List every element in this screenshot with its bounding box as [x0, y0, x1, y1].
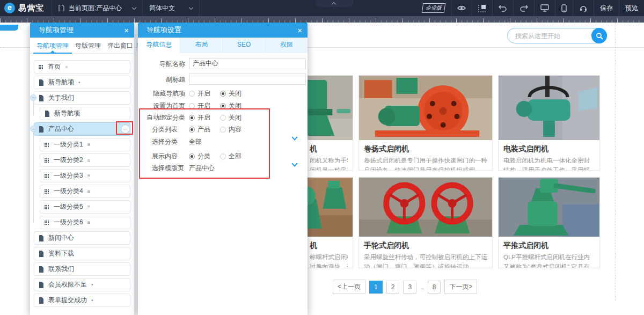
radio-hide-off[interactable]: 关闭	[220, 87, 241, 99]
save-button[interactable]: 保存	[594, 0, 619, 16]
desktop-view-button[interactable]	[535, 0, 555, 16]
product-card[interactable]: 手轮式启闭机 采用螺旋丝杆传动，可控制被启闭机的上下运动（闸门、堰门、闸阀等）或…	[358, 177, 493, 268]
tab-nav-manage[interactable]: 导航项管理	[33, 38, 72, 54]
column-dashed-guide	[615, 23, 616, 301]
settings-tabs: 导航信息 布局 SEO 权限	[138, 38, 308, 53]
radio-display-all[interactable]: 全部	[220, 150, 241, 162]
nav-item-products[interactable]: 产品中心	[34, 122, 130, 136]
remove-nav-button[interactable]: –	[121, 124, 130, 134]
preview-button[interactable]: 预览	[619, 0, 644, 16]
nav-item-news[interactable]: 新闻中心	[34, 231, 130, 245]
logo-icon: e	[4, 3, 15, 13]
nav-item-no-permission[interactable]: 会员权限不足•	[34, 278, 130, 291]
nav-item-category-6[interactable]: 一级分类6≡	[40, 216, 130, 229]
nav-item-new-child[interactable]: 新导航项	[40, 107, 130, 120]
search-icon	[596, 32, 603, 40]
support-button[interactable]	[573, 0, 594, 16]
nav-item-about[interactable]: 关于我们	[34, 91, 130, 105]
nav-item-downloads[interactable]: 资料下载	[34, 247, 130, 260]
nav-item-contact[interactable]: 联系我们	[34, 262, 130, 276]
visibility-button[interactable]	[451, 0, 472, 16]
collapse-minus-icon[interactable]: –	[30, 126, 36, 132]
tab-seo[interactable]: SEO	[223, 38, 266, 53]
nav-item-category-1[interactable]: 一级分类1≡	[40, 138, 130, 151]
nav-item-home[interactable]: 首页∘	[34, 60, 130, 74]
field-category-list: 分类列表 产品 内容	[138, 123, 308, 135]
tab-layout[interactable]: 布局	[180, 38, 223, 53]
pagination-page-1[interactable]: 1	[369, 281, 383, 294]
pagination-prev[interactable]: <上一页	[333, 280, 365, 294]
undo-button[interactable]	[493, 0, 513, 16]
chevron-down-icon	[132, 5, 136, 9]
pagination-next[interactable]: 下一页>	[444, 280, 477, 294]
headset-icon	[579, 4, 588, 12]
doc-icon	[45, 111, 50, 117]
nav-item-category-5[interactable]: 一级分类5≡	[40, 200, 130, 214]
radio-hide-on[interactable]: 开启	[189, 87, 210, 99]
nav-settings-panel: 导航项设置 × 导航信息 布局 SEO 权限 导航名称 副标题 隐藏导航项 开启…	[138, 23, 308, 315]
radio-list-product[interactable]: 产品	[189, 123, 210, 135]
drag-grid-icon	[45, 221, 49, 225]
doc-icon	[39, 235, 44, 241]
subtitle-input[interactable]	[189, 74, 306, 85]
chevron-down-icon	[189, 5, 193, 9]
product-desc: 闭机又称为手动螺杆启闭机， 闭机是一种采用于人力操作的...	[310, 156, 348, 171]
product-image	[499, 178, 599, 237]
product-card[interactable]: 卷扬式启闭机 卷扬式启闭机是专门用于操作快速闸门的一种启闭设备。快速闸门是用来保…	[358, 75, 493, 171]
mobile-view-button[interactable]	[555, 0, 573, 16]
radio-display-category[interactable]: 分类	[189, 150, 210, 162]
close-icon[interactable]: ×	[297, 26, 302, 34]
editor-stage: 机 闭机又称为手动螺杆启闭机， 闭机是一种采用于人力操作的... 卷扬式启闭机 …	[0, 0, 644, 315]
radio-home-off[interactable]: 关闭	[220, 100, 241, 112]
field-template-page: 选择模版页 产品中心	[138, 162, 308, 174]
redo-button[interactable]	[514, 0, 534, 16]
nav-manager-panel: 导航项管理 × 导航项管理 母版管理 弹出窗口 – – 首页∘	[30, 23, 134, 315]
current-page-dropdown[interactable]: 当前页面:产品中心	[52, 0, 142, 16]
field-select-category: 选择分类 全部	[138, 136, 308, 148]
drag-grid-icon	[45, 205, 49, 209]
radio-list-content[interactable]: 内容	[220, 123, 241, 135]
radio-home-on[interactable]: 开启	[189, 100, 210, 112]
field-nav-name: 导航名称	[138, 58, 308, 70]
select-category-value[interactable]: 全部	[189, 136, 202, 148]
language-dropdown[interactable]: 简体中文	[143, 0, 199, 16]
nav-item-category-2[interactable]: 一级分类2≡	[40, 153, 130, 167]
tab-nav-info[interactable]: 导航信息	[138, 38, 180, 53]
phone-icon	[561, 4, 567, 12]
app-logo: e 易营宝	[0, 3, 52, 13]
pagination-page-2[interactable]: 2	[386, 281, 400, 294]
field-subtitle: 副标题	[138, 74, 308, 85]
search-button[interactable]	[591, 28, 607, 43]
tab-master-manage[interactable]: 母版管理	[72, 38, 104, 54]
nav-item-category-3[interactable]: 一级分类3≡	[40, 169, 130, 182]
nav-item-form-success[interactable]: 表单提交成功•	[34, 294, 130, 307]
drag-grid-icon	[45, 143, 49, 147]
close-icon[interactable]: ×	[124, 26, 129, 34]
nav-name-input[interactable]	[189, 58, 306, 69]
product-title: 平推式启闭机	[503, 241, 595, 251]
nav-item-new[interactable]: 新导航项•	[34, 76, 130, 89]
template-page-value[interactable]: 产品中心	[189, 162, 215, 174]
doc-icon	[39, 251, 44, 257]
snap-align-button[interactable]	[472, 0, 492, 16]
product-title: 机	[310, 241, 348, 251]
product-desc: 称螺杆式启闭机，是一种用螺 过导向滑块、连杆与闸门门叶...	[310, 253, 348, 268]
page-icon	[58, 5, 64, 11]
product-desc: QLP平推螺杆式启闭机在行业内又被称为"磨盘式启闭机",它具有轻巧方便用于小型水…	[503, 253, 595, 268]
tab-popup-window[interactable]: 弹出窗口	[104, 38, 136, 54]
product-card[interactable]: 平推式启闭机 QLP平推螺杆式启闭机在行业内又被称为"磨盘式启闭机",它具有轻巧…	[498, 177, 600, 268]
product-card[interactable]: 电装式启闭机 电装启闭机为机电一体化全密封结构，适用于户外工作，采用蜗轮蜗杆传动…	[498, 75, 600, 171]
radio-autobind-on[interactable]: 开启	[189, 112, 210, 123]
horizontal-ruler	[0, 16, 644, 23]
collapse-minus-icon[interactable]: –	[30, 94, 36, 101]
pagination-page-8[interactable]: 8	[428, 281, 441, 294]
nav-item-category-4[interactable]: 一级分类4≡	[40, 185, 130, 198]
search-input[interactable]	[515, 29, 585, 42]
product-desc: 电装启闭机为机电一体化全密封结构，适用于户外工作，采用蜗轮蜗杆传动。dd	[503, 156, 595, 171]
pagination-page-3[interactable]: 3	[403, 281, 416, 294]
topbar-collapse-handle[interactable]	[316, 0, 353, 7]
radio-autobind-off[interactable]: 关闭	[220, 112, 241, 123]
product-title: 电装式启闭机	[503, 144, 595, 154]
monitor-icon	[540, 4, 549, 12]
tab-permission[interactable]: 权限	[266, 38, 308, 53]
